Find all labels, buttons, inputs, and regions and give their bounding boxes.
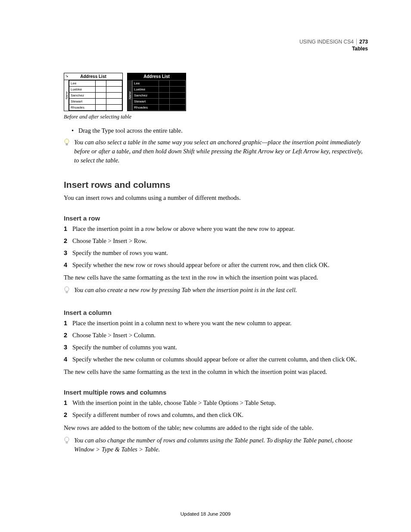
- lightbulb-icon: [64, 139, 72, 165]
- step: Place the insertion point in a row below…: [64, 224, 368, 234]
- footer-date: Updated 18 June 2009: [0, 511, 411, 516]
- figure: ↘Address List Name Lee Luebke Sanchez St…: [64, 73, 368, 120]
- cursor-icon: ↘: [65, 74, 68, 78]
- followup-text: The new cells have the same formatting a…: [64, 273, 368, 282]
- step: Specify a different number of rows and c…: [64, 411, 368, 420]
- step: Place the insertion point in a column ne…: [64, 319, 368, 328]
- document-page: USING INDESIGN CS4273 Tables ↘Address Li…: [0, 0, 411, 532]
- tip-text: You can also change the number of rows a…: [74, 436, 368, 454]
- sub-heading-multiple: Insert multiple rows and columns: [64, 389, 368, 396]
- bullet-list: Drag the Type tool across the entire tab…: [64, 127, 368, 134]
- mini-table-body: Lee Luebke Sanchez Stewart Rhoades: [132, 80, 186, 111]
- figure-table-after: Address List Name Lee Luebke Sanchez Ste…: [127, 73, 186, 111]
- steps-multiple: With the insertion point in the table, c…: [64, 398, 368, 420]
- tip-block: You can also select a table in the same …: [64, 138, 368, 165]
- book-title: USING INDESIGN CS4: [299, 39, 354, 45]
- svg-rect-3: [66, 291, 68, 293]
- steps-row: Place the insertion point in a row below…: [64, 224, 368, 270]
- page-number: 273: [356, 39, 368, 45]
- tip-block: You can also change the number of rows a…: [64, 436, 368, 454]
- svg-rect-5: [66, 442, 68, 443]
- section-intro: You can insert rows and columns using a …: [64, 193, 368, 202]
- step: Specify the number of rows you want.: [64, 249, 368, 258]
- svg-point-0: [65, 139, 69, 144]
- tip-block: You can also create a new row by pressin…: [64, 286, 368, 297]
- bullet-item: Drag the Type tool across the entire tab…: [78, 127, 368, 134]
- figure-table-before: ↘Address List Name Lee Luebke Sanchez St…: [64, 73, 123, 111]
- section-heading: Insert rows and columns: [64, 180, 368, 190]
- step: Specify whether the new row or rows shou…: [64, 261, 368, 270]
- lightbulb-icon: [64, 437, 72, 454]
- step: Specify the number of columns you want.: [64, 343, 368, 352]
- mini-table-body: Lee Luebke Sanchez Stewart Rhoades: [69, 80, 122, 111]
- step: Specify whether the new column or column…: [64, 355, 368, 364]
- sub-heading-column: Insert a column: [64, 309, 368, 316]
- lightbulb-icon: [64, 286, 72, 297]
- svg-rect-1: [66, 143, 68, 145]
- running-header: USING INDESIGN CS4273 Tables: [64, 39, 368, 52]
- figure-caption: Before and after selecting table: [64, 114, 368, 120]
- tip-text: You can also select a table in the same …: [74, 139, 363, 164]
- followup-text: The new cells have the same formatting a…: [64, 367, 368, 376]
- svg-point-4: [65, 437, 69, 442]
- followup-text: New rows are added to the bottom of the …: [64, 423, 368, 432]
- tip-text: You can also create a new row by pressin…: [74, 286, 368, 297]
- sub-heading-row: Insert a row: [64, 215, 368, 222]
- svg-point-2: [65, 287, 69, 292]
- steps-column: Place the insertion point in a column ne…: [64, 319, 368, 364]
- step: With the insertion point in the table, c…: [64, 398, 368, 408]
- step: Choose Table > Insert > Row.: [64, 236, 368, 246]
- step: Choose Table > Insert > Column.: [64, 331, 368, 340]
- chapter-name: Tables: [64, 46, 368, 53]
